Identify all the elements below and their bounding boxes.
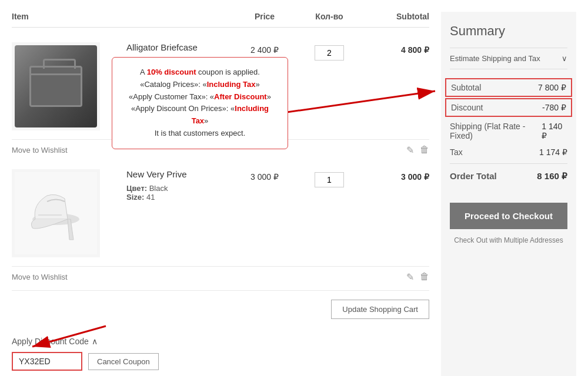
cart-bottom-actions: Update Shopping Cart	[12, 290, 429, 328]
order-total-value: 8 160 ₽	[537, 171, 567, 182]
delete-icon-2[interactable]: 🗑	[420, 271, 429, 283]
chevron-up-icon: ∧	[92, 337, 98, 346]
qty-input[interactable]	[315, 45, 344, 61]
briefcase-image	[15, 45, 97, 127]
row-actions-2: ✎ 🗑	[406, 271, 429, 283]
heels-svg	[18, 175, 94, 251]
page-wrapper: Item Price Кол-во Subtotal Alligator Bri…	[0, 0, 588, 376]
product-name: New Very Prive	[126, 169, 220, 179]
cart-summary: Summary Estimate Shipping and Tax ∨ Subt…	[441, 12, 576, 376]
attr-color: Цвет: Black	[126, 184, 220, 193]
price-col: 2 400 ₽	[229, 42, 300, 55]
price-col-2: 3 000 ₽	[229, 169, 300, 182]
attr-color-label: Цвет:	[126, 184, 147, 193]
product-attrs: Цвет: Black Size: 41	[126, 184, 220, 202]
table-row: New Very Prive Цвет: Black Size: 41 3 00…	[12, 160, 429, 267]
delete-icon-1[interactable]: 🗑	[420, 145, 429, 156]
product-name: Alligator Briefcase	[126, 42, 220, 52]
cart-main: Item Price Кол-во Subtotal Alligator Bri…	[12, 12, 429, 376]
table-row: Alligator Briefcase A 10% discount coupo…	[12, 33, 429, 140]
discount-code-input[interactable]	[12, 352, 82, 371]
qty-col	[300, 42, 359, 61]
move-to-wishlist-2[interactable]: Move to Wishlist	[12, 273, 68, 281]
popup-text1: A 10% discount coupon is applied.	[140, 68, 260, 76]
estimate-shipping-label: Estimate Shipping and Tax	[450, 54, 540, 63]
wishlist-actions-2: Move to Wishlist ✎ 🗑	[12, 267, 429, 287]
popup-text5: It is that customers expect.	[155, 129, 246, 137]
summary-title: Summary	[450, 24, 567, 39]
subtotal-label: Subtotal	[451, 83, 481, 92]
estimate-chevron-icon: ∨	[562, 54, 567, 63]
popup-text4: «Apply Discount On Prices»: «Including T…	[131, 104, 269, 125]
qty-input-2[interactable]	[315, 172, 344, 187]
proceed-to-checkout-button[interactable]: Proceed to Checkout	[450, 203, 567, 229]
row-actions-1: ✎ 🗑	[406, 145, 429, 156]
qty-col-2	[300, 169, 359, 187]
product-info-briefcase: Alligator Briefcase A 10% discount coupo…	[118, 42, 229, 57]
discount-title[interactable]: Apply Discount Code ∧	[12, 337, 429, 346]
summary-row-total: Order Total 8 160 ₽	[450, 163, 567, 185]
product-info-heels: New Very Prive Цвет: Black Size: 41	[118, 169, 229, 202]
summary-row-discount: Discount -780 ₽	[445, 98, 572, 117]
estimate-shipping[interactable]: Estimate Shipping and Tax ∨	[450, 48, 567, 69]
move-to-wishlist-1[interactable]: Move to Wishlist	[12, 146, 68, 155]
summary-row-tax: Tax 1 174 ₽	[450, 144, 567, 160]
attr-size: Size: 41	[126, 193, 220, 202]
col-qty-header: Кол-во	[300, 12, 359, 21]
cancel-coupon-button[interactable]: Cancel Coupon	[88, 353, 159, 370]
discount-value: -780 ₽	[542, 103, 566, 112]
col-item-header: Item	[12, 12, 118, 21]
discount-popup: A 10% discount coupon is applied. «Catal…	[112, 57, 288, 149]
summary-row-subtotal: Subtotal 7 800 ₽	[445, 78, 572, 97]
product-image-briefcase	[12, 42, 100, 130]
col-price-header: Price	[229, 12, 300, 21]
summary-row-shipping: Shipping (Flat Rate - Fixed) 1 140 ₽	[450, 118, 567, 144]
col-name-header	[118, 12, 229, 21]
summary-rows: Subtotal 7 800 ₽ Discount -780 ₽ Shippin…	[450, 78, 567, 185]
multi-address-link[interactable]: Check Out with Multiple Addresses	[450, 236, 567, 244]
discount-form: Cancel Coupon	[12, 352, 429, 371]
popup-em1: Including Tax	[207, 80, 256, 89]
order-total-label: Order Total	[450, 171, 497, 182]
subtotal-col: 4 800 ₽	[359, 42, 429, 55]
update-cart-button[interactable]: Update Shopping Cart	[331, 300, 429, 319]
attr-size-label: Size:	[126, 193, 144, 202]
popup-em2: After Discount	[214, 92, 267, 101]
cart-table-header: Item Price Кол-во Subtotal	[12, 12, 429, 28]
subtotal-col-2: 3 000 ₽	[359, 169, 429, 182]
popup-text2: «Catalog Prices»: «Including Tax»	[140, 80, 260, 89]
col-subtotal-header: Subtotal	[359, 12, 429, 21]
tax-label: Tax	[450, 147, 463, 157]
edit-icon-1[interactable]: ✎	[406, 145, 414, 156]
heels-image	[15, 172, 97, 254]
popup-bold: 10% discount	[147, 68, 196, 76]
product-image-heels	[12, 169, 100, 257]
popup-text3: «Apply Customer Tax»: «After Discount»	[129, 92, 271, 101]
edit-icon-2[interactable]: ✎	[406, 271, 414, 283]
shipping-value: 1 140 ₽	[542, 122, 567, 140]
discount-section: Apply Discount Code ∧ Cancel Coupon	[12, 328, 429, 376]
shipping-label: Shipping (Flat Rate - Fixed)	[450, 122, 542, 140]
briefcase-shape	[29, 66, 82, 107]
discount-title-text: Apply Discount Code	[12, 337, 89, 346]
subtotal-value: 7 800 ₽	[538, 83, 566, 92]
discount-label: Discount	[451, 103, 483, 112]
tax-value: 1 174 ₽	[539, 147, 567, 157]
popup-em3: Including Tax	[192, 104, 269, 125]
